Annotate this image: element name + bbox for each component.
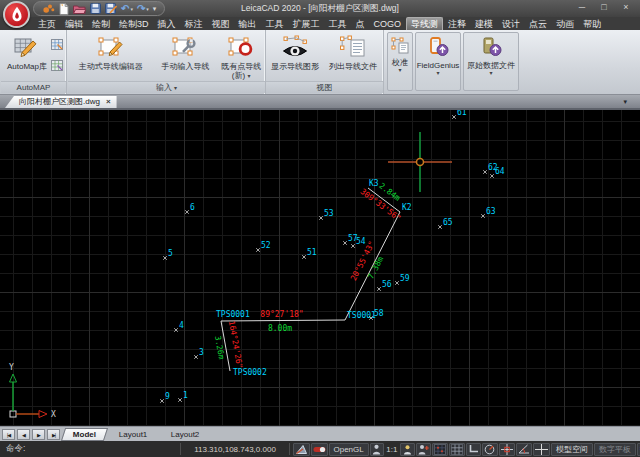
automap-mini-buttons [51, 31, 63, 75]
raw-data-file-button[interactable]: 原始数据文件 ▾ [463, 32, 519, 91]
active-traverse-editor-button[interactable]: 主动式导线编辑器 [68, 31, 154, 71]
ribbon: AutoMap库 AutoMAP [0, 30, 640, 95]
traverse-existing-icon [226, 33, 256, 62]
manual-traverse-button[interactable]: 手动输入导线 [155, 31, 217, 71]
ribbon-tab-14[interactable]: 注释 [444, 18, 470, 30]
automap-library-icon [13, 33, 41, 62]
ribbon-tab-10[interactable]: 工具 [325, 18, 351, 30]
layout-tab-bar: |◀◀▶▶|ModelLayout1Layout2 [0, 426, 640, 441]
ribbon-tab-1[interactable]: 编辑 [61, 18, 87, 30]
dropdown-arrow-icon: ▾ [436, 70, 439, 76]
survey-point-label-9: 9 [165, 392, 170, 401]
ribbon-tab-13-active[interactable]: 导线测 [406, 17, 443, 30]
document-tab-close-icon[interactable]: × [106, 96, 111, 108]
ribbon-panel-automap: AutoMap库 AutoMAP [1, 30, 67, 94]
minimize-button[interactable]: ─ [571, 0, 593, 16]
dropdown-arrow-icon: ▾ [174, 85, 177, 91]
show-traverse-graphics-label: 显示导线图形 [271, 62, 319, 71]
ribbon-tab-8[interactable]: 工具 [262, 18, 288, 30]
layout-nav-icon-3[interactable]: ▶| [47, 429, 60, 440]
polar-tracking-icon[interactable] [482, 443, 498, 456]
layout-tab-layout2[interactable]: Layout2 [158, 428, 211, 441]
maximize-button[interactable]: □ [593, 0, 615, 16]
ribbon-tab-0[interactable]: 主页 [34, 18, 60, 30]
survey-point-marker [481, 214, 485, 218]
traverse-drawing: K3K2TS0001TPS0001TPS00022.84m309°33'56"2… [0, 110, 640, 426]
ribbon-tab-18[interactable]: 动画 [552, 18, 578, 30]
station-label-TPS0002: TPS0002 [233, 368, 267, 377]
survey-point-marker [160, 399, 164, 403]
panel-footer-automap[interactable]: AutoMAP [1, 81, 66, 93]
opengl-indicator[interactable]: OpenGL [329, 443, 369, 456]
plan-view-icon[interactable] [293, 443, 310, 456]
close-button[interactable]: × [615, 0, 637, 16]
crosshair-cursor [388, 132, 452, 192]
survey-point-marker [163, 256, 167, 260]
ribbon-tab-3[interactable]: 绘制3D [115, 18, 153, 30]
ribbon-tab-6[interactable]: 视图 [208, 18, 234, 30]
existing-point-traverse-label: 既有点导线 [221, 62, 261, 71]
survey-point-label-52: 52 [261, 241, 271, 250]
command-prompt[interactable]: 命令: [0, 443, 178, 455]
angle-annotation: 89°27'18" [260, 310, 303, 319]
automap-library-button[interactable]: AutoMap库 [4, 31, 50, 71]
ribbon-tab-16[interactable]: 设计 [498, 18, 524, 30]
list-traverse-files-label: 列出导线文件 [329, 62, 377, 71]
calibration-button[interactable]: 校准 ▾ [387, 32, 413, 91]
ribbon-panel-view: 显示导线图形 列出导线文件 视图 [266, 30, 384, 94]
map-scale-mini-icon-2[interactable] [51, 57, 63, 75]
object-snap-icon[interactable] [499, 443, 515, 456]
crosshair-icon[interactable] [533, 443, 550, 456]
annotation-scale-value[interactable]: 1:1 [384, 445, 399, 454]
layout-tab-model[interactable]: Model [61, 428, 108, 441]
grid-display-icon[interactable] [449, 443, 465, 456]
annotation-scale-icon[interactable] [370, 443, 384, 456]
survey-point-marker [490, 174, 494, 178]
angle-snap-icon[interactable] [516, 443, 532, 456]
survey-point-marker [256, 248, 260, 252]
layout-nav-icon-1[interactable]: ◀ [17, 429, 30, 440]
layout-tab-layout1[interactable]: Layout1 [107, 428, 160, 441]
ribbon-tab-11[interactable]: 点 [352, 18, 369, 30]
drawing-canvas[interactable]: K3K2TS0001TPS0001TPS00022.84m309°33'56"2… [0, 110, 640, 426]
survey-point-marker [174, 328, 178, 332]
ribbon-tab-2[interactable]: 绘制 [88, 18, 114, 30]
digital-tablet-button[interactable]: 数字平板 [594, 443, 636, 456]
model-space-button[interactable]: 模型空间 [551, 443, 593, 456]
survey-point-marker [438, 225, 442, 229]
map-scale-mini-icon-1[interactable] [51, 36, 63, 54]
panel-footer-view[interactable]: 视图 [266, 81, 383, 93]
survey-point-marker [395, 281, 399, 285]
dropdown-arrow-icon: ▾ [247, 73, 250, 79]
panel-footer-input[interactable]: 输入 ▾ [68, 81, 265, 93]
ribbon-tab-7[interactable]: 输出 [235, 18, 261, 30]
app-logo-icon[interactable] [3, 1, 30, 28]
show-traverse-graphics-button[interactable]: 显示导线图形 [267, 31, 323, 71]
fieldgenius-button[interactable]: FieldGenius ▾ [415, 32, 461, 91]
status-bar: 命令: 113.310,108.743,0.000 OpenGL1:1模型空间数… [0, 441, 640, 457]
ribbon-tab-17[interactable]: 点云 [525, 18, 551, 30]
ucs-x-label: X [51, 410, 56, 419]
ortho-mode-icon[interactable] [466, 443, 481, 456]
document-tab-bar: 向阳村棚户区测图.dwg × ▾ [0, 95, 640, 110]
ribbon-tab-5[interactable]: 标注 [181, 18, 207, 30]
survey-point-label-4: 4 [179, 321, 184, 330]
annotation-auto-add-icon[interactable] [416, 443, 431, 456]
ribbon-tab-12[interactable]: COGO [370, 18, 406, 30]
annotation-visibility-icon[interactable] [400, 443, 415, 456]
document-tab-overflow-icon[interactable]: ▾ [623, 98, 627, 106]
ribbon-tab-9[interactable]: 扩展工 [289, 18, 324, 30]
layout-nav-icon-0[interactable]: |◀ [2, 429, 15, 440]
leica-flame-icon [7, 5, 27, 25]
document-tab[interactable]: 向阳村棚户区测图.dwg × [5, 96, 117, 108]
annotation-toggle-icon[interactable] [311, 443, 328, 456]
window-title: LeicaCAD 2020 - [向阳村棚户区测图.dwg] [0, 0, 640, 17]
layout-nav-icon-2[interactable]: ▶ [32, 429, 45, 440]
ribbon-tab-19[interactable]: 帮助 [579, 18, 605, 30]
ribbon-tab-4[interactable]: 插入 [154, 18, 180, 30]
ribbon-tab-15[interactable]: 建模 [471, 18, 497, 30]
list-traverse-files-button[interactable]: 列出导线文件 [324, 31, 382, 71]
snap-mode-icon[interactable] [432, 443, 448, 456]
survey-point-marker [178, 398, 182, 402]
existing-point-traverse-button[interactable]: 既有点导线 (新) ▾ [217, 31, 265, 80]
